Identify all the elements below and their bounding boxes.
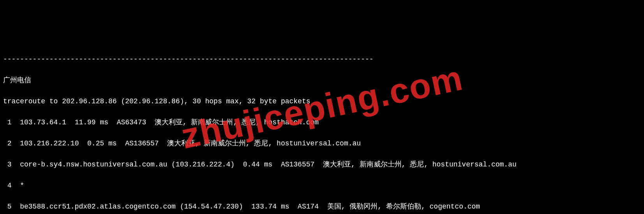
hop-row: 5 be3588.ccr51.pdx02.atlas.cogentco.com … [3, 202, 641, 212]
traceroute-command: traceroute to 202.96.128.86 (202.96.128.… [3, 96, 641, 107]
hop-row: 4 * [3, 180, 641, 191]
separator-line: ----------------------------------------… [3, 54, 641, 65]
hop-row: 2 103.216.222.10 0.25 ms AS136557 澳大利亚, … [3, 138, 641, 149]
traceroute-title: 广州电信 [3, 75, 641, 86]
terminal-output: ----------------------------------------… [3, 44, 641, 214]
hop-row: 3 core-b.sy4.nsw.hostuniversal.com.au (1… [3, 159, 641, 170]
hop-row: 1 103.73.64.1 11.99 ms AS63473 澳大利亚, 新南威… [3, 117, 641, 128]
